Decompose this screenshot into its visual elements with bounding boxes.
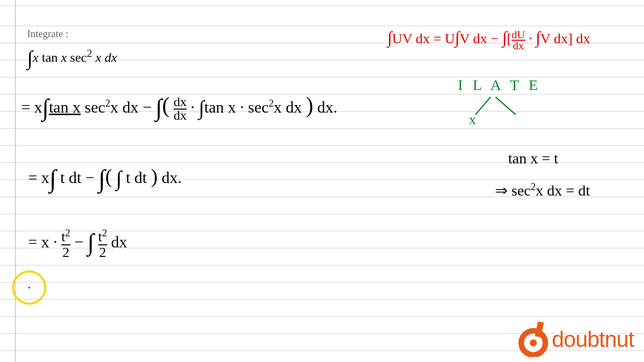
cursor-highlight bbox=[12, 270, 46, 305]
ilate-label: I L A T E bbox=[458, 76, 541, 94]
ibp-formula: ∫UV dx = U∫V dx − ∫[dUdx · ∫V dx] dx bbox=[387, 28, 590, 50]
step-2: = x∫ t dt − ∫( ∫ t dt ) dx. bbox=[28, 160, 182, 189]
step-1: = x∫tan x sec2x dx − ∫( dxdx · ∫tan x · … bbox=[21, 90, 338, 122]
step-3: = x · t22 − ∫ t22 dx bbox=[28, 225, 127, 259]
ilate-pick: x bbox=[469, 112, 476, 128]
logo-text: doubtnut bbox=[552, 327, 634, 352]
doubtnut-logo: doubtnut bbox=[517, 322, 634, 357]
problem-integral: ∫x tan x sec2 x dx bbox=[27, 43, 117, 67]
svg-line-0 bbox=[475, 97, 491, 115]
margin-line bbox=[15, 0, 16, 362]
substitution-line1: tan x = t bbox=[508, 150, 558, 167]
logo-icon bbox=[517, 322, 550, 357]
substitution-line2: ⇒ sec2x dx = dt bbox=[495, 181, 590, 199]
svg-line-1 bbox=[496, 97, 516, 115]
heading-text: Integrate : bbox=[27, 28, 68, 40]
svg-point-4 bbox=[530, 339, 537, 346]
